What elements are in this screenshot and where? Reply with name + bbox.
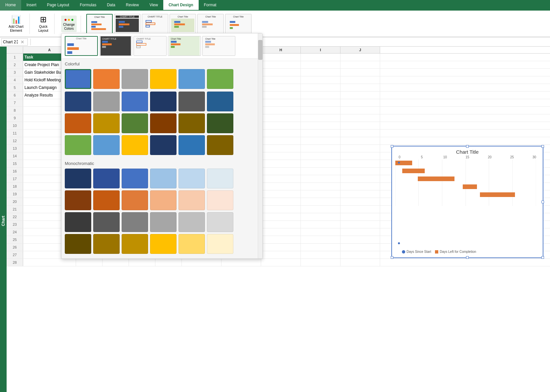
quick-layout-button[interactable]: ⊞ QuickLayout bbox=[36, 14, 50, 34]
chart-style-5[interactable]: Chart Title bbox=[197, 14, 224, 34]
tab-home[interactable]: Home bbox=[0, 0, 21, 11]
color-swatch-colorful-4-1[interactable] bbox=[65, 135, 91, 155]
color-swatch-colorful-3-1[interactable] bbox=[65, 113, 91, 133]
cell-27-H[interactable] bbox=[261, 251, 301, 258]
cell-28-C[interactable] bbox=[102, 259, 129, 266]
color-swatch-colorful-3-5[interactable] bbox=[178, 113, 205, 133]
cell-21-J[interactable] bbox=[340, 206, 380, 213]
chart-container[interactable]: Chart Title 0 5 10 15 20 25 30 bbox=[391, 146, 543, 258]
cell-25-H[interactable] bbox=[261, 236, 301, 243]
cell-16-H[interactable] bbox=[261, 168, 301, 175]
tab-page-layout[interactable]: Page Layout bbox=[42, 0, 74, 11]
cell-10-H[interactable] bbox=[261, 122, 301, 129]
cell-5-J[interactable] bbox=[340, 84, 380, 91]
cell-3-H[interactable] bbox=[261, 69, 301, 76]
color-swatch-mono-2-1[interactable] bbox=[65, 190, 91, 210]
cell-23-I[interactable] bbox=[301, 221, 340, 228]
cell-12-J[interactable] bbox=[340, 137, 380, 144]
cell-28-G[interactable] bbox=[221, 259, 261, 266]
cell-2-J[interactable] bbox=[340, 61, 380, 68]
cell-17-H[interactable] bbox=[261, 175, 301, 182]
cell-11-H[interactable] bbox=[261, 130, 301, 137]
cell-16-I[interactable] bbox=[301, 168, 340, 175]
tab-view[interactable]: View bbox=[144, 0, 163, 11]
color-swatch-colorful-1-4[interactable] bbox=[150, 69, 177, 89]
cell-20-I[interactable] bbox=[301, 198, 340, 205]
cell-6-J[interactable] bbox=[340, 92, 380, 99]
nav-down-arrow[interactable]: ▼ bbox=[16, 42, 19, 45]
color-swatch-mono-4-5[interactable] bbox=[178, 234, 205, 254]
tab-insert[interactable]: Insert bbox=[21, 0, 42, 11]
cell-21-I[interactable] bbox=[301, 206, 340, 213]
style-preview-5[interactable]: Chart Title bbox=[202, 36, 235, 56]
color-swatch-colorful-2-6[interactable] bbox=[207, 92, 233, 111]
cell-23-J[interactable] bbox=[340, 221, 380, 228]
color-swatch-colorful-1-1[interactable] bbox=[65, 69, 91, 89]
cell-12-I[interactable] bbox=[301, 137, 340, 144]
cell-28-H[interactable] bbox=[261, 259, 301, 266]
chart-style-2[interactable]: CHART TITLE bbox=[114, 14, 140, 34]
style-preview-2[interactable]: CHART TITLE bbox=[99, 36, 132, 56]
cell-19-I[interactable] bbox=[301, 190, 340, 198]
color-swatch-colorful-4-2[interactable] bbox=[93, 135, 120, 155]
cell-3-J[interactable] bbox=[340, 69, 380, 76]
name-box-close[interactable]: ✕ bbox=[20, 39, 24, 45]
cell-4-I[interactable] bbox=[301, 76, 340, 84]
cell-17-I[interactable] bbox=[301, 175, 340, 182]
color-swatch-mono-2-4[interactable] bbox=[150, 190, 177, 210]
cell-10-I[interactable] bbox=[301, 122, 340, 129]
color-swatch-mono-3-3[interactable] bbox=[122, 212, 148, 232]
cell-7-I[interactable] bbox=[301, 99, 340, 106]
cell-7-J[interactable] bbox=[340, 99, 380, 106]
cell-16-J[interactable] bbox=[340, 168, 380, 175]
cell-13-J[interactable] bbox=[340, 145, 380, 152]
cell-20-J[interactable] bbox=[340, 198, 380, 205]
cell-9-H[interactable] bbox=[261, 114, 301, 122]
cell-28-F[interactable] bbox=[182, 259, 221, 266]
color-swatch-mono-3-1[interactable] bbox=[65, 212, 91, 232]
color-swatch-colorful-3-6[interactable] bbox=[207, 113, 233, 133]
color-swatch-colorful-2-4[interactable] bbox=[150, 92, 177, 111]
cell-14-I[interactable] bbox=[301, 152, 340, 160]
cell-20-H[interactable] bbox=[261, 198, 301, 205]
cell-28-E[interactable] bbox=[155, 259, 182, 266]
cell-4-H[interactable] bbox=[261, 76, 301, 84]
cell-28-B[interactable] bbox=[76, 259, 102, 266]
cell-5-I[interactable] bbox=[301, 84, 340, 91]
scrollbar-thumb[interactable] bbox=[258, 40, 262, 60]
color-swatch-colorful-1-2[interactable] bbox=[93, 69, 120, 89]
color-swatch-mono-3-4[interactable] bbox=[150, 212, 177, 232]
cell-17-J[interactable] bbox=[340, 175, 380, 182]
chart-handle-right[interactable] bbox=[541, 201, 544, 203]
col-header-j[interactable]: J bbox=[340, 47, 380, 53]
color-swatch-mono-2-5[interactable] bbox=[178, 190, 205, 210]
cell-23-H[interactable] bbox=[261, 221, 301, 228]
cell-24-J[interactable] bbox=[340, 228, 380, 236]
style-preview-3[interactable]: CHART TITLE bbox=[134, 36, 167, 56]
color-swatch-colorful-2-2[interactable] bbox=[93, 92, 120, 111]
color-swatch-mono-1-6[interactable] bbox=[207, 169, 233, 188]
cell-2-H[interactable] bbox=[261, 61, 301, 68]
cell-28-I[interactable] bbox=[301, 259, 340, 266]
cell-24-H[interactable] bbox=[261, 228, 301, 236]
cell-8-I[interactable] bbox=[301, 107, 340, 114]
tab-review[interactable]: Review bbox=[121, 0, 144, 11]
color-swatch-mono-4-3[interactable] bbox=[122, 234, 148, 254]
cell-15-J[interactable] bbox=[340, 160, 380, 167]
color-swatch-colorful-3-3[interactable] bbox=[122, 113, 148, 133]
cell-10-J[interactable] bbox=[340, 122, 380, 129]
color-swatch-mono-1-2[interactable] bbox=[93, 169, 120, 188]
tab-data[interactable]: Data bbox=[101, 0, 120, 11]
cell-12-H[interactable] bbox=[261, 137, 301, 144]
cell-14-H[interactable] bbox=[261, 152, 301, 160]
cell-4-J[interactable] bbox=[340, 76, 380, 84]
chart-handle-bottom-left[interactable] bbox=[391, 256, 393, 259]
style-preview-1[interactable]: Chart Title bbox=[65, 36, 98, 56]
cell-21-H[interactable] bbox=[261, 206, 301, 213]
cell-28-A[interactable] bbox=[23, 259, 76, 266]
chart-handle-top-left[interactable] bbox=[391, 145, 393, 148]
cell-1-J[interactable] bbox=[340, 54, 380, 61]
cell-13-I[interactable] bbox=[301, 145, 340, 152]
color-swatch-colorful-4-4[interactable] bbox=[150, 135, 177, 155]
color-picker-scrollbar[interactable] bbox=[258, 33, 262, 258]
